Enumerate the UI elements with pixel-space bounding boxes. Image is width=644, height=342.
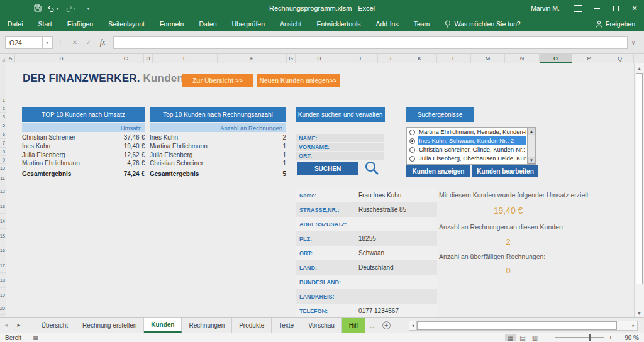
search-ort-field[interactable]: ORT:: [296, 152, 384, 160]
show-customer-button[interactable]: Kunden anzeigen: [406, 165, 470, 177]
row-header[interactable]: 3: [0, 113, 6, 121]
result-option[interactable]: Christian Schreiner, Glinde, Kunden-Nr.:…: [407, 145, 526, 154]
row-header[interactable]: 2: [0, 104, 6, 113]
results-scrollbar[interactable]: ▲ ▼: [527, 128, 535, 164]
ribbon-tab-start[interactable]: Start: [31, 16, 60, 31]
row-header[interactable]: 19: [0, 288, 6, 302]
row-header[interactable]: 11: [0, 172, 6, 184]
result-option[interactable]: Julia Eisenberg, Oberhausen Heide, Kunde…: [407, 154, 526, 163]
sheet-tab-kunden-active[interactable]: Kunden: [144, 318, 182, 333]
horizontal-scrollbar[interactable]: ◄ ►: [409, 320, 638, 331]
zoom-slider[interactable]: [555, 337, 604, 338]
col-header-k[interactable]: K: [402, 54, 437, 63]
ribbon-tab-addins[interactable]: Add-Ins: [369, 16, 406, 31]
col-header-p[interactable]: P: [572, 54, 606, 63]
row-header[interactable]: 20: [0, 302, 6, 315]
horizontal-scrollbar-track[interactable]: [417, 321, 630, 331]
row-header[interactable]: 14: [0, 214, 6, 229]
sheet-tab-overflow[interactable]: ...: [365, 318, 378, 333]
redo-button[interactable]: ▾: [65, 5, 75, 12]
prev-sheet-icon[interactable]: ◄: [4, 323, 9, 328]
col-header-n[interactable]: N: [505, 54, 540, 63]
col-header-j[interactable]: J: [378, 54, 402, 63]
page-break-view-icon[interactable]: ▥: [530, 334, 540, 341]
col-header-i[interactable]: I: [343, 54, 378, 63]
row-header[interactable]: 10: [0, 164, 6, 172]
search-icon[interactable]: [364, 160, 380, 176]
zoom-slider-thumb[interactable]: [589, 334, 591, 341]
sheet-tab-hilfe[interactable]: Hilf: [342, 318, 365, 333]
scroll-up-icon[interactable]: ▲: [635, 63, 644, 72]
search-button[interactable]: SUCHEN: [297, 162, 358, 175]
row-header[interactable]: 8: [0, 148, 6, 156]
vertical-scrollbar-thumb[interactable]: [636, 73, 643, 284]
edit-customer-button[interactable]: Kunden bearbeiten: [472, 165, 538, 177]
undo-button[interactable]: ▾: [48, 5, 58, 12]
result-option[interactable]: Martina Ehrlichmann, Heinade, Kunden-Nr.…: [407, 128, 526, 136]
account-name[interactable]: Marvin M.: [531, 4, 560, 12]
row-header[interactable]: 12: [0, 184, 6, 199]
ribbon-tab-team[interactable]: Team: [406, 16, 438, 31]
zoom-out-icon[interactable]: −: [547, 334, 550, 341]
row-header[interactable]: 7: [0, 139, 6, 148]
name-box[interactable]: O24: [5, 36, 43, 49]
horizontal-scrollbar-thumb[interactable]: [417, 321, 617, 330]
col-header-g[interactable]: G: [287, 54, 296, 63]
scroll-down-icon[interactable]: ▼: [635, 309, 644, 317]
row-header[interactable]: 1: [0, 97, 6, 104]
worksheet[interactable]: 1 2 3 5 6 7 8 9 10 11 12 13 14 15 16 17 …: [0, 63, 644, 317]
share-button[interactable]: Freigeben: [596, 20, 644, 28]
ribbon-tab-ueberpruefen[interactable]: Überprüfen: [225, 16, 273, 31]
radio-selected-icon[interactable]: [409, 138, 415, 144]
col-header-q[interactable]: Q: [606, 54, 634, 63]
restore-button[interactable]: [606, 0, 625, 16]
sheet-tab-produkte[interactable]: Produkte: [232, 318, 272, 333]
row-header[interactable]: 15: [0, 229, 6, 243]
redo-dropdown-icon[interactable]: ▾: [74, 6, 75, 11]
col-header-b[interactable]: B: [15, 54, 108, 63]
col-header-d[interactable]: D: [144, 54, 153, 63]
customize-qat-button[interactable]: ▾: [82, 6, 89, 11]
zoom-in-icon[interactable]: +: [609, 334, 613, 341]
result-option-selected[interactable]: Ines Kuhn, Schwaan, Kunden-Nr.: 2: [407, 136, 526, 145]
col-header-e[interactable]: E: [153, 54, 218, 63]
overview-button[interactable]: Zur Übersicht >>: [182, 74, 253, 87]
ribbon-display-options-button[interactable]: [569, 0, 587, 16]
page-layout-view-icon[interactable]: ▤: [517, 334, 528, 341]
scroll-left-icon[interactable]: ◄: [409, 321, 417, 331]
formula-input[interactable]: [113, 36, 628, 49]
formula-enter-icon[interactable]: ✓: [82, 39, 96, 46]
results-listbox[interactable]: Martina Ehrlichmann, Heinade, Kunden-Nr.…: [406, 127, 536, 165]
undo-dropdown-icon[interactable]: ▾: [57, 6, 58, 11]
ribbon-tab-entwicklertools[interactable]: Entwicklertools: [309, 16, 368, 31]
sheet-tab-rechnungen[interactable]: Rechnungen: [182, 318, 232, 333]
radio-icon[interactable]: [409, 156, 415, 162]
col-header-a[interactable]: A: [6, 54, 15, 63]
col-header-h[interactable]: H: [296, 54, 343, 63]
row-header[interactable]: 5: [0, 121, 6, 130]
save-button[interactable]: [34, 4, 42, 12]
row-header[interactable]: 6: [0, 130, 6, 139]
radio-icon[interactable]: [409, 130, 415, 135]
ribbon-tab-daten[interactable]: Daten: [191, 16, 224, 31]
scroll-down-icon[interactable]: ▼: [528, 157, 535, 164]
ribbon-tab-formeln[interactable]: Formeln: [152, 16, 192, 31]
sheet-tab-texte[interactable]: Texte: [272, 318, 301, 333]
tell-me-box[interactable]: Was möchten Sie tun?: [437, 20, 528, 28]
ribbon-tab-seitenlayout[interactable]: Seitenlayout: [101, 16, 152, 31]
row-header[interactable]: 9: [0, 156, 6, 164]
col-header-l[interactable]: L: [437, 54, 471, 63]
col-header-o-selected[interactable]: O: [540, 54, 572, 63]
ribbon-tab-datei[interactable]: Datei: [0, 16, 31, 31]
row-header[interactable]: 17: [0, 258, 6, 273]
formula-cancel-icon[interactable]: ✕: [68, 39, 82, 46]
sheet-tab-uebersicht[interactable]: Übersicht: [35, 318, 75, 333]
minimize-button[interactable]: [587, 0, 606, 16]
col-header-c[interactable]: C: [108, 54, 144, 63]
scroll-right-icon[interactable]: ►: [630, 321, 638, 331]
radio-icon[interactable]: [409, 147, 415, 153]
close-button[interactable]: ✕: [625, 0, 644, 16]
row-header[interactable]: 16: [0, 243, 6, 258]
ribbon-tab-einfuegen[interactable]: Einfügen: [60, 16, 101, 31]
col-header-f[interactable]: F: [218, 54, 287, 63]
